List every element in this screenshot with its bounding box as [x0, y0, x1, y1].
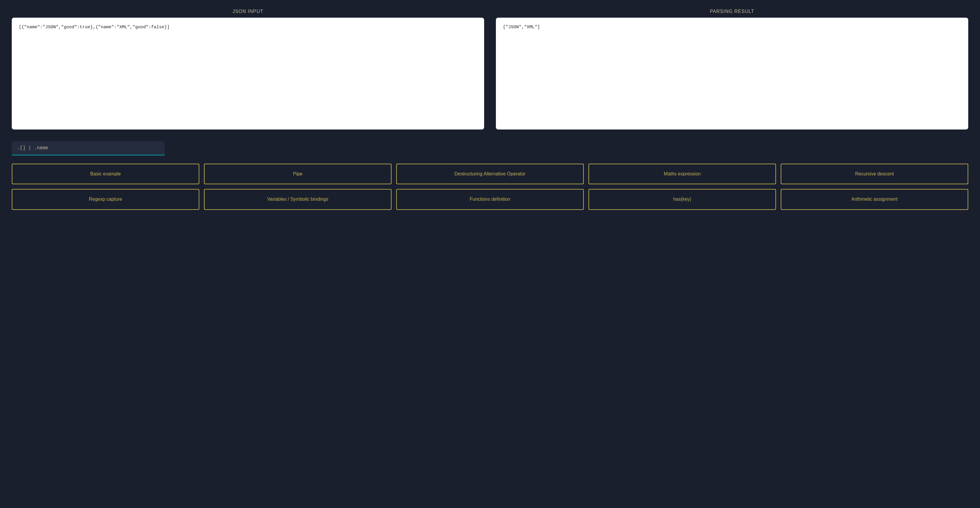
example-button-3[interactable]: has(key) — [589, 189, 776, 209]
example-button-1[interactable]: Variables / Symbolic bindings — [204, 189, 391, 209]
filter-section — [12, 141, 968, 155]
json-input-panel: JSON INPUT [{"name":"JSON","good":true},… — [12, 9, 484, 129]
example-button-2[interactable]: Destructuring Alternative Operator — [396, 164, 584, 184]
example-button-1[interactable]: Pipe — [204, 164, 391, 184]
example-button-0[interactable]: Regexp capture — [12, 189, 199, 209]
buttons-row-2: Regexp captureVariables / Symbolic bindi… — [12, 189, 968, 209]
example-button-2[interactable]: Functions definition — [396, 189, 584, 209]
parsing-result-content: ["JSON","XML"] — [496, 18, 968, 129]
example-button-4[interactable]: Recursive descent — [781, 164, 968, 184]
example-button-0[interactable]: Basic example — [12, 164, 199, 184]
json-input-title: JSON INPUT — [12, 9, 484, 14]
filter-input-wrapper — [12, 141, 165, 155]
example-button-4[interactable]: Arithmetic assignment — [781, 189, 968, 209]
json-input-content[interactable]: [{"name":"JSON","good":true},{"name":"XM… — [12, 18, 484, 129]
parsing-result-title: PARSING RESULT — [496, 9, 968, 14]
buttons-row-1: Basic examplePipeDestructuring Alternati… — [12, 164, 968, 184]
filter-input[interactable] — [12, 141, 165, 155]
example-button-3[interactable]: Maths expression — [589, 164, 776, 184]
parsing-result-panel: PARSING RESULT ["JSON","XML"] — [496, 9, 968, 129]
